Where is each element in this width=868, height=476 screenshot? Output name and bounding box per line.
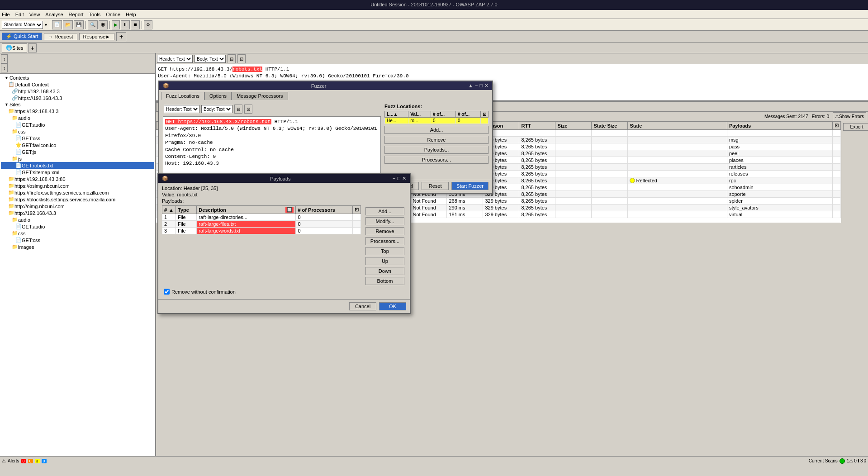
add-tab-btn[interactable]: + bbox=[116, 32, 126, 41]
show-errors-btn[interactable]: ⚠ Show Errors bbox=[833, 112, 866, 121]
tree-https-main[interactable]: 📁 https://192.168.43.3 bbox=[1, 108, 154, 114]
open-session-btn[interactable]: 📂 bbox=[63, 20, 73, 29]
payloads-cancel-btn[interactable]: Cancel bbox=[349, 302, 376, 310]
remove-confirmation-checkbox[interactable] bbox=[164, 289, 170, 295]
payload-processors-btn[interactable]: Processors... bbox=[365, 237, 404, 245]
payload-col-type[interactable]: Type bbox=[176, 206, 197, 214]
pause-btn[interactable]: ⏸ bbox=[121, 20, 130, 29]
collapse-all-btn[interactable]: ↕ bbox=[1, 63, 8, 72]
fuzzer-close-btn[interactable]: ✕ bbox=[484, 83, 489, 89]
tree-https-43-80[interactable]: 📁 https://192.168.43.3:80 bbox=[1, 176, 154, 182]
fuzzer-dialog-title[interactable]: 📦 Fuzzer ▲ − □ ✕ bbox=[159, 81, 492, 90]
fuzz-col-of2[interactable]: # of... bbox=[455, 111, 480, 118]
list-item[interactable]: 1 File raft-large-directories... 0 bbox=[162, 214, 361, 221]
tree-contexts[interactable]: ▼ Contexts bbox=[1, 75, 154, 81]
tree-get-audio[interactable]: 📄 GET:audio bbox=[1, 121, 154, 128]
fuzz-col-expand[interactable]: ⊡ bbox=[481, 111, 489, 118]
payloads-minimize-btn[interactable]: − bbox=[393, 176, 395, 181]
tree-get-css[interactable]: 📄 GET:css bbox=[1, 135, 154, 142]
fuzzer-minimize-icon[interactable]: ▲ bbox=[468, 83, 473, 89]
play-btn[interactable]: ▶ bbox=[112, 20, 120, 29]
quick-start-tab[interactable]: ⚡ Quick Start bbox=[2, 33, 42, 40]
new-session-btn[interactable]: 📄 bbox=[52, 20, 62, 29]
menu-analyse[interactable]: Analyse bbox=[45, 12, 63, 17]
response-tab[interactable]: Response► bbox=[79, 33, 114, 40]
payload-col-num[interactable]: #▲ bbox=[162, 206, 176, 214]
menu-report[interactable]: Report bbox=[69, 12, 84, 17]
tree-default-context[interactable]: 📋 Default Context bbox=[1, 81, 154, 88]
fuzzer-header-select[interactable]: Header: Text bbox=[164, 105, 199, 113]
fuzz-table-row[interactable]: He... ro... 0 0 bbox=[385, 118, 489, 124]
tree-blocklists[interactable]: 📁 https://blocklists.settings.services.m… bbox=[1, 196, 154, 203]
mode-select[interactable]: Standard Mode bbox=[2, 21, 43, 29]
export-btn[interactable]: Export bbox=[843, 123, 868, 131]
payloads-maximize-btn[interactable]: □ bbox=[397, 176, 400, 181]
tree-css2[interactable]: 📁 css bbox=[1, 230, 154, 237]
col-state-size[interactable]: State Size bbox=[592, 122, 628, 130]
save-session-btn[interactable]: 💾 bbox=[74, 20, 84, 29]
payload-add-btn[interactable]: Add... bbox=[365, 207, 404, 215]
fuzz-processors-btn[interactable]: Processors... bbox=[384, 156, 489, 164]
fuzz-payloads-btn[interactable]: Payloads... bbox=[384, 146, 489, 154]
body-format-select[interactable]: Body: Text bbox=[194, 55, 226, 63]
tree-get-favicon[interactable]: 🌟 GET:favicon.ico bbox=[1, 142, 154, 148]
tree-images2[interactable]: 📁 images bbox=[1, 243, 154, 250]
fuzzer-full-btn[interactable]: ⊡ bbox=[244, 105, 252, 114]
menu-help[interactable]: Help bbox=[126, 12, 136, 17]
fuzzer-reset-btn[interactable]: Reset bbox=[422, 182, 449, 190]
fuzz-col-l[interactable]: L...▲ bbox=[385, 111, 408, 118]
col-expand[interactable]: ⊡ bbox=[833, 122, 841, 130]
request-tab[interactable]: → Request bbox=[44, 33, 77, 40]
fuzzer-minimize-btn[interactable]: − bbox=[475, 83, 478, 89]
tree-get-css2[interactable]: 📄 GET:css bbox=[1, 237, 154, 243]
payload-bottom-btn[interactable]: Bottom bbox=[365, 277, 404, 285]
tree-oimg[interactable]: 📁 http://oimg.nbcuni.com bbox=[1, 203, 154, 209]
full-view-btn[interactable]: ⊡ bbox=[237, 54, 246, 63]
tree-get-sitemap[interactable]: 📄 GET:sitemap.xml bbox=[1, 169, 154, 176]
tree-firefox[interactable]: 📁 https://firefox.settings.services.mozi… bbox=[1, 189, 154, 196]
split-view-btn[interactable]: ⊟ bbox=[228, 54, 236, 63]
start-fuzzer-btn[interactable]: Start Fuzzer bbox=[451, 182, 489, 190]
fuzz-locations-tab[interactable]: Fuzz Locations bbox=[161, 92, 204, 100]
col-size[interactable]: Size bbox=[555, 122, 592, 130]
payload-top-btn[interactable]: Top bbox=[365, 247, 404, 255]
stop-btn[interactable]: ⏹ bbox=[131, 20, 140, 29]
list-item[interactable]: 2 File raft-large-files.txt 0 bbox=[162, 221, 361, 228]
fuzz-remove-btn[interactable]: Remove bbox=[384, 136, 489, 144]
payload-modify-btn[interactable]: Modify... bbox=[365, 217, 404, 225]
header-format-select[interactable]: Header: Text bbox=[157, 55, 193, 63]
col-state[interactable]: State bbox=[628, 122, 727, 130]
col-rtt[interactable]: RTT bbox=[519, 122, 555, 130]
expand-all-btn[interactable]: ↕ bbox=[1, 54, 8, 63]
fuzzer-split-btn[interactable]: ⊟ bbox=[234, 105, 242, 114]
tree-http-192[interactable]: 🔗 http://192.168.43.3 bbox=[1, 88, 154, 95]
col-payloads[interactable]: Payloads bbox=[727, 122, 832, 130]
menu-tools[interactable]: Tools bbox=[89, 12, 101, 17]
tree-https-192[interactable]: 🔗 https://192.168.43.3 bbox=[1, 95, 154, 101]
payloads-close-btn[interactable]: ✕ bbox=[402, 176, 406, 181]
spider-btn[interactable]: 🕷 bbox=[99, 20, 108, 29]
sites-tab[interactable]: 🌐 Sites bbox=[2, 43, 27, 52]
settings-btn[interactable]: ⚙ bbox=[144, 20, 152, 29]
menu-edit[interactable]: Edit bbox=[15, 12, 24, 17]
payload-remove-btn[interactable]: Remove bbox=[365, 227, 404, 235]
tree-css[interactable]: 📁 css bbox=[1, 128, 154, 135]
fuzz-col-of1[interactable]: # of... bbox=[431, 111, 455, 118]
menu-view[interactable]: View bbox=[29, 12, 40, 17]
fuzz-add-btn[interactable]: Add... bbox=[384, 126, 489, 134]
payloads-dialog-title[interactable]: 📦 Payloads − □ ✕ bbox=[158, 174, 410, 183]
tree-osimg[interactable]: 📁 https://osimg.nbcuni.com bbox=[1, 182, 154, 189]
list-item[interactable]: 3 File raft-large-words.txt 0 bbox=[162, 228, 361, 234]
menu-online[interactable]: Online bbox=[106, 12, 120, 17]
menu-file[interactable]: File bbox=[2, 12, 10, 17]
tree-audio[interactable]: 📁 audio bbox=[1, 114, 154, 121]
tree-get-js[interactable]: 📄 GET:js bbox=[1, 148, 154, 155]
tree-audio2[interactable]: 📁 audio bbox=[1, 216, 154, 223]
payload-col-expand[interactable]: ⊡ bbox=[352, 206, 360, 214]
payload-down-btn[interactable]: Down bbox=[365, 267, 404, 275]
tree-get-audio2[interactable]: 📄 GET:audio bbox=[1, 223, 154, 230]
payloads-ok-btn[interactable]: OK bbox=[379, 302, 406, 310]
tree-get-robots[interactable]: 📄 GET:robots.txt bbox=[1, 162, 154, 169]
tree-http-43[interactable]: 📁 http://192.168.43.3 bbox=[1, 209, 154, 216]
fuzz-col-val[interactable]: Val... bbox=[408, 111, 431, 118]
